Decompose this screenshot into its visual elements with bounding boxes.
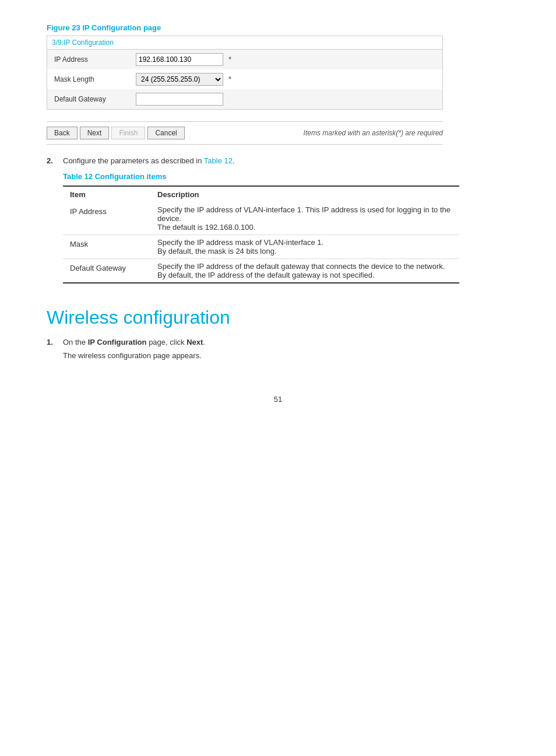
table12-link[interactable]: Table 12 [204, 156, 233, 165]
next-bold: Next [186, 338, 203, 346]
item-label: Default Gateway [63, 259, 150, 284]
field-label: Mask Length [47, 69, 129, 89]
desc-line: Specify the IP address of the default ga… [157, 262, 452, 271]
required-note: Items marked with an asterisk(*) are req… [304, 129, 443, 137]
table-row: Mask Specify the IP address mask of VLAN… [63, 235, 459, 259]
cancel-button[interactable]: Cancel [147, 127, 184, 139]
step1-text-before: On the [63, 338, 88, 346]
wireless-step1-number: 1. [47, 338, 58, 349]
desc-line: By default, the mask is 24 bits long. [157, 247, 452, 256]
desc-line: The default is 192.168.0.100. [157, 223, 452, 232]
desc-line: Specify the IP address of VLAN-interface… [157, 205, 452, 223]
table12-title: Table 12 Configuration items [63, 172, 509, 181]
table-row: Default Gateway Specify the IP address o… [63, 259, 459, 284]
item-desc: Specify the IP address of VLAN-interface… [150, 202, 459, 235]
step2-text-after: . [233, 156, 235, 165]
page-number: 51 [47, 395, 509, 404]
ip-config-bold: IP Configuration [88, 338, 147, 346]
field-label: IP Address [47, 50, 129, 69]
step2-number: 2. [47, 156, 58, 167]
table-row: Mask Length 24 (255.255.255.0) * [47, 69, 442, 89]
step2-text-before: Configure the parameters as described in [63, 156, 204, 165]
wireless-sub-text: The wireless configuration page appears. [63, 351, 202, 360]
figure-title: Figure 23 IP Configuration page [47, 23, 509, 32]
required-indicator: * [228, 75, 231, 83]
required-indicator: * [228, 55, 231, 64]
wireless-step1-row: 1. On the IP Configuration page, click N… [47, 338, 509, 349]
item-desc: Specify the IP address mask of VLAN-inte… [150, 235, 459, 259]
item-label: IP Address [63, 202, 150, 235]
col-description: Description [150, 186, 459, 202]
back-button[interactable]: Back [47, 127, 78, 139]
step2-table-area: Table 12 Configuration items Item Descri… [63, 172, 509, 284]
desc-table: Item Description IP Address Specify the … [63, 186, 459, 284]
figure-section: Figure 23 IP Configuration page 3/9:IP C… [47, 23, 509, 145]
table-row: Default Gateway [47, 89, 442, 109]
wireless-step1-text: On the IP Configuration page, click Next… [63, 338, 205, 346]
field-value: 24 (255.255.255.0) * [129, 69, 442, 89]
field-value [129, 89, 442, 109]
table-row: IP Address Specify the IP address of VLA… [63, 202, 459, 235]
config-panel-header: 3/9:IP Configuration [47, 36, 442, 50]
step2-text: Configure the parameters as described in… [63, 156, 235, 165]
config-panel: 3/9:IP Configuration IP Address * Mask L… [47, 36, 443, 110]
finish-button[interactable]: Finish [111, 127, 145, 139]
item-desc: Specify the IP address of the default ga… [150, 259, 459, 284]
col-item: Item [63, 186, 150, 202]
desc-table-header-row: Item Description [63, 186, 459, 202]
config-table: IP Address * Mask Length 24 (255.255.255… [47, 50, 442, 109]
step1-text-mid: page, click [147, 338, 187, 346]
next-button[interactable]: Next [80, 127, 110, 139]
item-label: Mask [63, 235, 150, 259]
default-gateway-input[interactable] [136, 93, 223, 106]
step2-container: 2. Configure the parameters as described… [47, 156, 509, 284]
mask-length-select[interactable]: 24 (255.255.255.0) [136, 73, 223, 86]
field-value: * [129, 50, 442, 69]
table-row: IP Address * [47, 50, 442, 69]
field-label: Default Gateway [47, 89, 129, 109]
step1-text-end: . [203, 338, 205, 346]
wireless-section: Wireless configuration 1. On the IP Conf… [47, 307, 509, 360]
step2-row: 2. Configure the parameters as described… [47, 156, 509, 167]
wireless-step1-subtext: The wireless configuration page appears. [63, 351, 509, 360]
ip-address-input[interactable] [136, 53, 223, 66]
wireless-section-title: Wireless configuration [47, 307, 509, 328]
desc-line: By default, the IP address of the defaul… [157, 271, 452, 279]
desc-line: Specify the IP address mask of VLAN-inte… [157, 238, 452, 247]
button-bar: Back Next Finish Cancel Items marked wit… [47, 121, 443, 145]
